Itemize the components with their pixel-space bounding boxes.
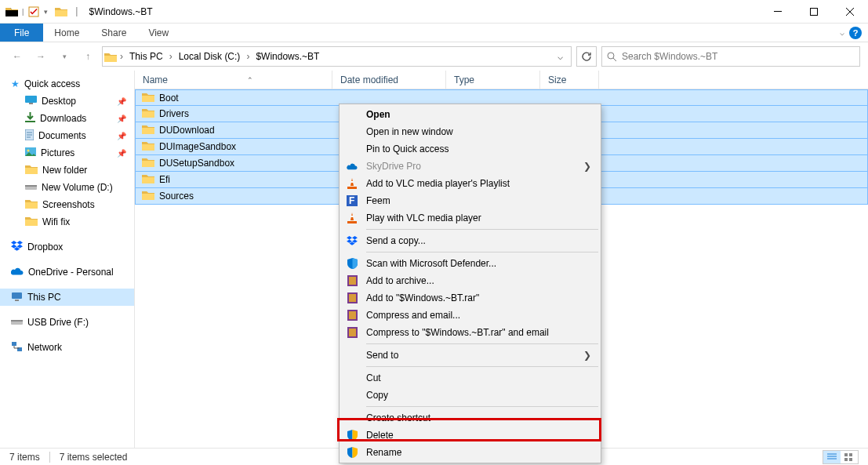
cm-sendto[interactable]: Send to❯ bbox=[341, 347, 599, 364]
details-view-button[interactable] bbox=[823, 451, 841, 463]
sidebar-onedrive[interactable]: OneDrive - Personal bbox=[0, 263, 134, 281]
sort-indicator-icon: ⌃ bbox=[168, 76, 332, 84]
item-icon bbox=[25, 147, 36, 158]
col-label: Name bbox=[143, 74, 168, 85]
refresh-button[interactable] bbox=[576, 46, 597, 67]
breadcrumb-sep-icon[interactable]: › bbox=[168, 51, 174, 62]
cm-feem[interactable]: F Feem bbox=[341, 192, 599, 209]
window-title: $Windows.~BT bbox=[89, 6, 153, 17]
cm-open-new[interactable]: Open in new window bbox=[341, 123, 599, 140]
svg-rect-13 bbox=[15, 300, 19, 301]
svg-rect-19 bbox=[849, 453, 852, 456]
sidebar-item[interactable]: New Volume (D:) bbox=[0, 179, 134, 196]
sidebar-item[interactable]: Documents📌 bbox=[0, 127, 134, 144]
pin-icon: 📌 bbox=[117, 97, 126, 106]
col-type[interactable]: Type bbox=[446, 71, 540, 89]
sidebar-item[interactable]: Screenshots bbox=[0, 196, 134, 213]
cm-delete[interactable]: Delete bbox=[341, 427, 599, 444]
svg-rect-11 bbox=[25, 185, 37, 187]
folder-icon bbox=[142, 107, 154, 120]
tab-home[interactable]: Home bbox=[43, 24, 90, 42]
item-icon bbox=[25, 129, 34, 143]
sidebar-item[interactable]: New folder bbox=[0, 162, 134, 179]
cm-label: Add to VLC media player's Playlist bbox=[366, 178, 510, 189]
cm-label: Compress to "$Windows.~BT.rar" and email bbox=[366, 327, 549, 338]
view-switcher bbox=[823, 450, 859, 464]
cm-label: Copy bbox=[366, 390, 388, 401]
vlc-icon bbox=[346, 177, 358, 190]
ribbon-expand-icon[interactable]: ⌵ bbox=[840, 28, 844, 37]
sidebar-network[interactable]: Network bbox=[0, 339, 134, 356]
cm-shortcut[interactable]: Create shortcut bbox=[341, 409, 599, 427]
cm-add-rar[interactable]: Add to "$Windows.~BT.rar" bbox=[341, 289, 599, 307]
item-icon bbox=[25, 216, 38, 228]
sidebar-item[interactable]: Pictures📌 bbox=[0, 144, 134, 162]
svg-rect-6 bbox=[25, 121, 35, 122]
breadcrumb[interactable]: Local Disk (C:) bbox=[176, 51, 244, 62]
forward-button[interactable]: → bbox=[31, 47, 50, 66]
cm-label: Open in new window bbox=[366, 126, 453, 137]
sidebar-label: Quick access bbox=[24, 78, 80, 89]
folder-icon bbox=[142, 140, 154, 153]
breadcrumb[interactable]: $Windows.~BT bbox=[252, 51, 322, 62]
cm-skydrive[interactable]: SkyDrive Pro❯ bbox=[341, 158, 599, 175]
minimize-button[interactable] bbox=[760, 0, 796, 24]
cm-archive[interactable]: Add to archive... bbox=[341, 272, 599, 289]
drive-icon bbox=[11, 317, 23, 328]
tab-share[interactable]: Share bbox=[90, 24, 137, 42]
svg-rect-27 bbox=[349, 277, 356, 285]
col-name[interactable]: Name ⌃ bbox=[135, 71, 332, 89]
address-bar[interactable]: › This PC › Local Disk (C:) › $Windows.~… bbox=[102, 46, 572, 67]
breadcrumb-sep-icon[interactable]: › bbox=[118, 51, 125, 62]
maximize-button[interactable] bbox=[796, 0, 832, 24]
cm-send-copy[interactable]: Send a copy... bbox=[341, 232, 599, 249]
up-button[interactable]: ↑ bbox=[78, 47, 97, 66]
chevron-down-icon[interactable]: ▾ bbox=[44, 8, 48, 16]
cm-copy[interactable]: Copy bbox=[341, 387, 599, 404]
sidebar-item[interactable]: Downloads📌 bbox=[0, 110, 134, 127]
cm-cut[interactable]: Cut bbox=[341, 369, 599, 387]
icons-view-button[interactable] bbox=[841, 451, 858, 463]
file-name: Drivers bbox=[159, 108, 189, 119]
address-bar-row: ← → ▾ ↑ › This PC › Local Disk (C:) › $W… bbox=[0, 42, 868, 71]
close-button[interactable] bbox=[832, 0, 868, 24]
cm-open[interactable]: Open bbox=[341, 106, 599, 123]
col-size[interactable]: Size bbox=[540, 71, 599, 89]
sidebar-quick-access[interactable]: ★ Quick access bbox=[0, 75, 134, 93]
cm-pin-qa[interactable]: Pin to Quick access bbox=[341, 140, 599, 158]
sidebar-usb[interactable]: USB Drive (F:) bbox=[0, 314, 134, 331]
cm-vlc-playlist[interactable]: Add to VLC media player's Playlist bbox=[341, 175, 599, 192]
properties-qat-icon[interactable] bbox=[25, 3, 42, 20]
window-controls bbox=[760, 0, 868, 24]
cm-defender[interactable]: Scan with Microsoft Defender... bbox=[341, 255, 599, 272]
sidebar-label: Desktop bbox=[42, 96, 76, 107]
cm-rename[interactable]: Rename bbox=[341, 444, 599, 461]
uac-shield-icon bbox=[346, 446, 358, 459]
ribbon-tabs: File Home Share View ⌵ ? bbox=[0, 24, 868, 42]
cm-vlc-play[interactable]: Play with VLC media player bbox=[341, 209, 599, 227]
tab-file[interactable]: File bbox=[0, 24, 43, 42]
separator bbox=[366, 343, 598, 344]
cm-comp-rar-email[interactable]: Compress to "$Windows.~BT.rar" and email bbox=[341, 324, 599, 341]
recent-locations-button[interactable]: ▾ bbox=[55, 47, 74, 66]
svg-rect-15 bbox=[11, 320, 23, 322]
address-dropdown-icon[interactable]: ⌵ bbox=[551, 51, 569, 62]
sidebar-label: Screenshots bbox=[42, 199, 95, 210]
tab-view[interactable]: View bbox=[137, 24, 180, 42]
back-button[interactable]: ← bbox=[8, 47, 27, 66]
sidebar-item[interactable]: Wifi fix bbox=[0, 213, 134, 231]
cm-comp-email[interactable]: Compress and email... bbox=[341, 307, 599, 324]
col-date[interactable]: Date modified bbox=[332, 71, 446, 89]
breadcrumb-sep-icon[interactable]: › bbox=[245, 51, 251, 62]
help-icon[interactable]: ? bbox=[849, 27, 862, 39]
breadcrumb[interactable]: This PC bbox=[126, 51, 166, 62]
sidebar-label: Wifi fix bbox=[42, 216, 70, 227]
sidebar-dropbox[interactable]: Dropbox bbox=[0, 238, 134, 256]
sidebar-item[interactable]: Desktop📌 bbox=[0, 93, 134, 110]
search-input[interactable]: Search $Windows.~BT bbox=[601, 46, 860, 67]
file-name: Efi bbox=[159, 174, 170, 185]
sidebar-this-pc[interactable]: This PC bbox=[0, 289, 134, 306]
column-headers: Name ⌃ Date modified Type Size bbox=[135, 71, 868, 89]
cm-label: Pin to Quick access bbox=[366, 143, 449, 154]
divider-icon: | bbox=[22, 8, 24, 16]
